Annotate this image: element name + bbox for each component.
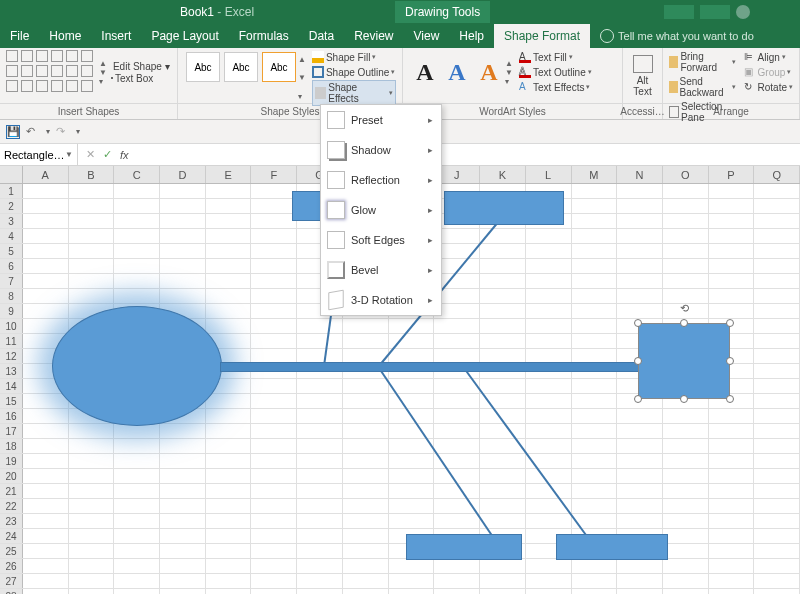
cell[interactable] xyxy=(754,514,800,528)
cell[interactable] xyxy=(160,199,206,213)
cell[interactable] xyxy=(434,319,480,333)
cell[interactable] xyxy=(480,244,526,258)
shape-outline-button[interactable]: Shape Outline▾ xyxy=(312,65,396,79)
cell[interactable] xyxy=(663,184,709,198)
cell[interactable] xyxy=(160,214,206,228)
cell[interactable] xyxy=(526,319,572,333)
cell[interactable] xyxy=(206,529,252,543)
cell[interactable] xyxy=(617,439,663,453)
cell[interactable] xyxy=(389,574,435,588)
cell[interactable] xyxy=(297,424,343,438)
row-head-10[interactable]: 10 xyxy=(0,319,23,333)
cell[interactable] xyxy=(114,349,160,363)
cell[interactable] xyxy=(526,259,572,273)
cell[interactable] xyxy=(160,319,206,333)
cell[interactable] xyxy=(526,379,572,393)
cell[interactable] xyxy=(206,574,252,588)
cell[interactable] xyxy=(343,469,389,483)
cell[interactable] xyxy=(297,499,343,513)
alt-text-button[interactable]: Alt Text xyxy=(629,55,656,97)
wordart-style-2[interactable]: A xyxy=(441,59,473,86)
undo-dropdown-icon[interactable]: ▾ xyxy=(46,127,50,136)
cell[interactable] xyxy=(160,544,206,558)
cell[interactable] xyxy=(160,259,206,273)
cell[interactable] xyxy=(160,244,206,258)
cell[interactable] xyxy=(297,484,343,498)
cell[interactable] xyxy=(617,199,663,213)
cell[interactable] xyxy=(343,424,389,438)
cell[interactable] xyxy=(709,424,755,438)
selection-pane-button[interactable]: Selection Pane xyxy=(669,100,736,124)
cell[interactable] xyxy=(206,199,252,213)
cell[interactable] xyxy=(251,394,297,408)
cell[interactable] xyxy=(343,559,389,573)
cell[interactable] xyxy=(480,289,526,303)
cell[interactable] xyxy=(297,574,343,588)
cell[interactable] xyxy=(480,349,526,363)
cell[interactable] xyxy=(663,349,709,363)
tab-help[interactable]: Help xyxy=(449,24,494,48)
cell[interactable] xyxy=(434,349,480,363)
cell[interactable] xyxy=(480,439,526,453)
cell[interactable] xyxy=(69,214,115,228)
cell[interactable] xyxy=(23,229,69,243)
cell[interactable] xyxy=(297,319,343,333)
cell[interactable] xyxy=(572,274,618,288)
cell[interactable] xyxy=(480,229,526,243)
cell[interactable] xyxy=(206,364,252,378)
cell[interactable] xyxy=(69,199,115,213)
name-box-dropdown-icon[interactable]: ▼ xyxy=(65,150,73,159)
cell[interactable] xyxy=(572,499,618,513)
row-head-20[interactable]: 20 xyxy=(0,469,23,483)
cell[interactable] xyxy=(572,334,618,348)
cell[interactable] xyxy=(114,304,160,318)
cell[interactable] xyxy=(617,289,663,303)
cell[interactable] xyxy=(69,304,115,318)
cell[interactable] xyxy=(754,199,800,213)
cell[interactable] xyxy=(480,514,526,528)
cell[interactable] xyxy=(526,544,572,558)
cell[interactable] xyxy=(663,514,709,528)
cell[interactable] xyxy=(434,394,480,408)
cell[interactable] xyxy=(709,259,755,273)
row-head-8[interactable]: 8 xyxy=(0,289,23,303)
cell[interactable] xyxy=(297,439,343,453)
cell[interactable] xyxy=(297,454,343,468)
cell[interactable] xyxy=(572,259,618,273)
cell[interactable] xyxy=(114,424,160,438)
cell[interactable] xyxy=(572,469,618,483)
cell[interactable] xyxy=(23,439,69,453)
cell[interactable] xyxy=(343,334,389,348)
style-up-icon[interactable]: ▲ xyxy=(298,55,306,64)
row-head-4[interactable]: 4 xyxy=(0,229,23,243)
cell[interactable] xyxy=(206,274,252,288)
cell[interactable] xyxy=(389,559,435,573)
cell[interactable] xyxy=(480,469,526,483)
cell[interactable] xyxy=(709,574,755,588)
tab-data[interactable]: Data xyxy=(299,24,344,48)
cell[interactable] xyxy=(663,424,709,438)
cell[interactable] xyxy=(114,574,160,588)
cell[interactable] xyxy=(526,274,572,288)
cell[interactable] xyxy=(206,229,252,243)
row-head-5[interactable]: 5 xyxy=(0,244,23,258)
row-head-13[interactable]: 13 xyxy=(0,364,23,378)
cell[interactable] xyxy=(206,514,252,528)
cell[interactable] xyxy=(709,559,755,573)
cell[interactable] xyxy=(663,574,709,588)
cell[interactable] xyxy=(160,394,206,408)
cell[interactable] xyxy=(526,439,572,453)
undo-icon[interactable]: ↶ xyxy=(26,125,40,139)
cell[interactable] xyxy=(434,499,480,513)
cell[interactable] xyxy=(709,244,755,258)
cell[interactable] xyxy=(480,214,526,228)
cell[interactable] xyxy=(663,274,709,288)
row-head-22[interactable]: 22 xyxy=(0,499,23,513)
cell[interactable] xyxy=(160,379,206,393)
cell[interactable] xyxy=(526,289,572,303)
row-head-12[interactable]: 12 xyxy=(0,349,23,363)
cell[interactable] xyxy=(343,499,389,513)
cell[interactable] xyxy=(23,319,69,333)
cell[interactable] xyxy=(617,469,663,483)
cell[interactable] xyxy=(709,544,755,558)
